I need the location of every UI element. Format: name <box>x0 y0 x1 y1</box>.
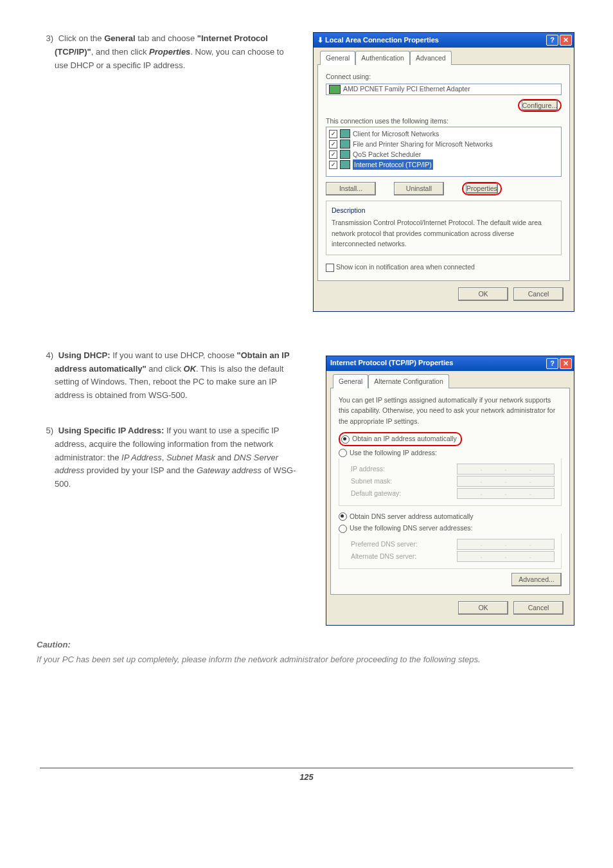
connect-using-label: Connect using: <box>326 71 562 82</box>
step-num: 3) <box>37 32 56 46</box>
alt-dns-input: ... <box>457 551 555 562</box>
checkbox-icon[interactable] <box>326 264 334 272</box>
use-following-dns-radio[interactable]: Use the following DNS server addresses: <box>339 523 562 534</box>
cancel-button[interactable]: Cancel <box>513 601 564 615</box>
configure-button[interactable]: Configure... <box>522 100 558 111</box>
cancel-button[interactable]: Cancel <box>513 287 564 301</box>
uses-label: This connection uses the following items… <box>326 116 562 127</box>
pref-dns-input: ... <box>457 539 555 550</box>
help-icon[interactable]: ? <box>546 35 558 46</box>
description-head: Description <box>332 205 556 216</box>
list-item: QoS Packet Scheduler <box>329 149 558 159</box>
tcpip-icon <box>340 160 350 169</box>
ip-label: IP address: <box>351 464 385 475</box>
window-title: Local Area Connection Properties <box>325 36 439 44</box>
tab-advanced[interactable]: Advanced <box>410 51 452 65</box>
gateway-label: Default gateway: <box>351 488 401 499</box>
checkbox-icon[interactable] <box>329 161 337 169</box>
items-list[interactable]: Client for Microsoft Networks File and P… <box>326 127 562 177</box>
caution-text: If your PC has been set up completely, p… <box>37 653 576 667</box>
step-num: 5) <box>37 424 56 438</box>
tab-authentication[interactable]: Authentication <box>355 51 410 65</box>
use-following-ip-radio[interactable]: Use the following IP address: <box>339 448 562 458</box>
lac-properties-window: ⬇ Local Area Connection Properties ? ✕ G… <box>313 32 574 312</box>
uninstall-button[interactable]: Uninstall <box>394 182 444 195</box>
gateway-input: ... <box>457 488 555 499</box>
list-item: File and Printer Sharing for Microsoft N… <box>329 139 558 149</box>
subnet-label: Subnet mask: <box>351 476 392 487</box>
description-text: Transmission Control Protocol/Internet P… <box>332 217 556 249</box>
qos-icon <box>340 150 350 159</box>
step-4-text: 4) Using DHCP: If you want to use DHCP, … <box>37 349 308 402</box>
tab-general[interactable]: General <box>333 374 368 388</box>
close-icon[interactable]: ✕ <box>560 35 572 46</box>
window-title: Internet Protocol (TCP/IP) Properties <box>330 357 453 369</box>
tab-general[interactable]: General <box>320 51 355 65</box>
page-number: 125 <box>40 768 573 784</box>
tab-altconfig[interactable]: Alternate Configuration <box>368 374 449 388</box>
ok-button[interactable]: OK <box>458 287 508 301</box>
client-icon <box>340 129 350 138</box>
tcpip-properties-window: Internet Protocol (TCP/IP) Properties ? … <box>326 356 574 626</box>
caution-heading: Caution: <box>37 638 576 652</box>
adapter-icon <box>329 85 341 94</box>
checkbox-icon[interactable] <box>329 150 337 159</box>
list-item: Client for Microsoft Networks <box>329 129 558 139</box>
obtain-ip-auto-radio[interactable]: Obtain an IP address automatically <box>339 432 462 446</box>
ok-button[interactable]: OK <box>458 601 508 615</box>
step-3-text: 3) Click on the General tab and choose "… <box>37 32 295 72</box>
ip-input: ... <box>457 464 555 475</box>
help-icon[interactable]: ? <box>546 358 558 369</box>
list-item: Internet Protocol (TCP/IP) <box>329 159 558 170</box>
pref-dns-label: Preferred DNS server: <box>351 539 418 550</box>
share-icon <box>340 140 350 149</box>
checkbox-icon[interactable] <box>329 140 337 149</box>
obtain-dns-auto-radio[interactable]: Obtain DNS server address automatically <box>339 511 562 522</box>
show-icon-checkbox[interactable]: Show icon in notification area when conn… <box>326 262 562 273</box>
checkbox-icon[interactable] <box>329 130 337 138</box>
install-button[interactable]: Install... <box>326 182 376 195</box>
adapter-field: AMD PCNET Family PCI Ethernet Adapter <box>326 84 562 95</box>
alt-dns-label: Alternate DNS server: <box>351 551 416 562</box>
properties-button[interactable]: Properties <box>466 183 498 194</box>
step-5-text: 5) Using Specific IP Address: If you wan… <box>37 424 308 491</box>
step-num: 4) <box>37 349 56 363</box>
advanced-button[interactable]: Advanced... <box>511 573 562 586</box>
window-titlebar: Internet Protocol (TCP/IP) Properties ? … <box>326 356 574 371</box>
window-titlebar: ⬇ Local Area Connection Properties ? ✕ <box>314 33 574 48</box>
close-icon[interactable]: ✕ <box>560 358 572 369</box>
subnet-input: ... <box>457 476 555 487</box>
intro-text: You can get IP settings assigned automat… <box>339 395 562 427</box>
